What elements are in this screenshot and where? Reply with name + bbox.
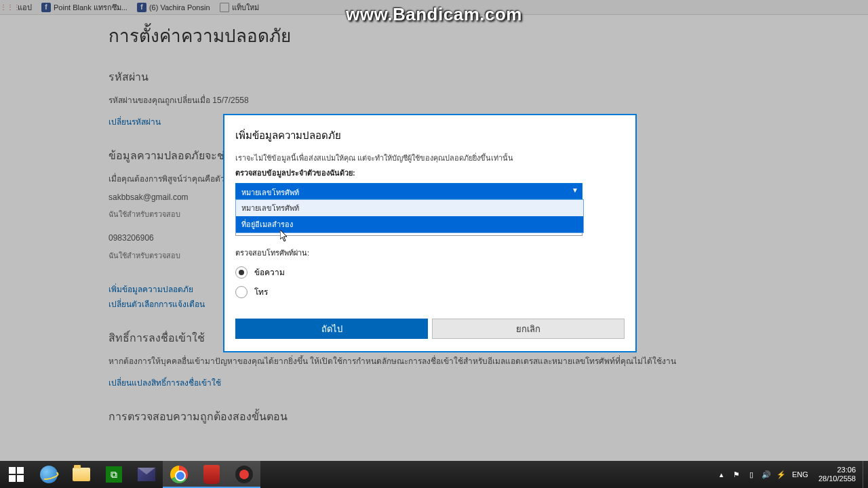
- radio-label-call: โทร: [254, 285, 268, 298]
- folder-icon: [73, 468, 90, 481]
- show-desktop-button[interactable]: [863, 461, 868, 488]
- tray-network-icon[interactable]: ▯: [744, 461, 759, 488]
- taskbar-garena[interactable]: [195, 461, 228, 488]
- radio-sms[interactable]: ข้อความ: [235, 266, 625, 279]
- tray-up-icon[interactable]: ▴: [714, 461, 729, 488]
- system-tray: ▴ ⚑ ▯ 🔊 ⚡ ENG 23:06 28/10/2558: [714, 461, 868, 488]
- cancel-button[interactable]: ยกเลิก: [432, 319, 625, 339]
- next-button[interactable]: ถัดไป: [235, 319, 428, 339]
- add-security-modal: เพิ่มข้อมูลความปลอดภัย เราจะไม่ใช้ข้อมูล…: [223, 114, 637, 352]
- taskbar-ie[interactable]: [33, 461, 65, 488]
- modal-desc: เราจะไม่ใช้ข้อมูลนี้เพื่อส่งสแปมให้คุณ แ…: [235, 153, 625, 163]
- ie-icon: [40, 466, 58, 483]
- select-label: ตรวจสอบข้อมูลประจำตัวของฉันด้วย:: [235, 167, 625, 179]
- taskbar-chrome[interactable]: [163, 461, 195, 488]
- radio-label-sms: ข้อความ: [254, 266, 285, 279]
- radio-group-label: ตรวจสอบโทรศัพท์ผ่าน:: [235, 247, 625, 259]
- store-icon: ⧉: [106, 466, 122, 483]
- tray-volume-icon[interactable]: 🔊: [759, 461, 774, 488]
- dropdown-option-email[interactable]: ที่อยู่อีเมลสำรอง: [236, 216, 583, 232]
- verify-method-select[interactable]: หมายเลขโทรศัพท์ ▼: [235, 183, 583, 199]
- chevron-down-icon: ▼: [572, 186, 578, 194]
- radio-call[interactable]: โทร: [235, 285, 625, 298]
- bandicam-watermark: www.Bandicam.com: [346, 4, 522, 25]
- radio-icon: [235, 286, 248, 298]
- verify-method-dropdown: หมายเลขโทรศัพท์ ที่อยู่อีเมลสำรอง: [235, 199, 584, 233]
- garena-icon: [203, 465, 220, 484]
- record-icon: [235, 466, 253, 483]
- tray-clock[interactable]: 23:06 28/10/2558: [812, 466, 863, 483]
- taskbar: ⧉ ▴ ⚑ ▯ 🔊 ⚡ ENG 23:06 28/10/2558: [0, 461, 868, 488]
- mail-icon: [138, 468, 155, 481]
- select-value: หมายเลขโทรศัพท์: [241, 188, 299, 197]
- taskbar-store[interactable]: ⧉: [98, 461, 130, 488]
- tray-lang[interactable]: ENG: [789, 461, 812, 488]
- tray-date: 28/10/2558: [818, 474, 856, 483]
- taskbar-mail[interactable]: [130, 461, 163, 488]
- dropdown-option-phone[interactable]: หมายเลขโทรศัพท์: [236, 200, 583, 216]
- tray-flag-icon[interactable]: ⚑: [729, 461, 744, 488]
- tray-time: 23:06: [818, 466, 856, 474]
- taskbar-bandicam[interactable]: [228, 461, 260, 488]
- chrome-icon: [170, 466, 188, 483]
- tray-power-icon[interactable]: ⚡: [774, 461, 789, 488]
- taskbar-explorer[interactable]: [65, 461, 98, 488]
- start-button[interactable]: [0, 461, 33, 488]
- radio-icon: [235, 266, 248, 279]
- windows-logo-icon: [9, 467, 24, 482]
- modal-title: เพิ่มข้อมูลความปลอดภัย: [235, 127, 625, 144]
